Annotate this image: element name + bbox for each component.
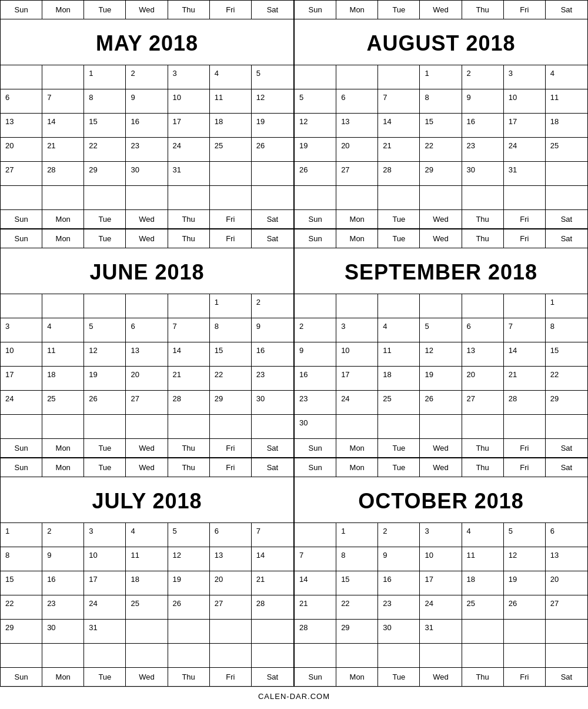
day-cell: 15 [420, 114, 462, 137]
day-cell: 19 [420, 367, 462, 390]
day-cell [126, 620, 168, 643]
day-cell: 19 [84, 367, 126, 390]
day-cell: 8 [336, 547, 378, 571]
day-header-sat: Sat [252, 458, 293, 477]
week-row: 22232425262728 [1, 595, 293, 620]
week-row: 12 [1, 294, 293, 318]
day-cell: 9 [378, 547, 420, 571]
day-cell: 15 [210, 342, 252, 366]
day-header-mon: Mon [42, 1, 84, 19]
day-cell: 1 [546, 294, 587, 318]
day-cell [1, 415, 42, 438]
day-cell: 22 [336, 595, 378, 619]
day-header-thu: Thu [462, 1, 504, 19]
day-header-fri: Fri [210, 458, 252, 477]
day-cell: 29 [336, 620, 378, 643]
day-cell [42, 415, 84, 438]
day-cell: 20 [210, 571, 252, 595]
day-header-bottom-wed: Wed [126, 668, 168, 686]
week-row [1, 644, 293, 667]
day-header-sat: Sat [546, 1, 587, 19]
footer-text: CALEN-DAR.COM [0, 687, 588, 705]
month-title: OCTOBER 2018 [295, 477, 587, 523]
week-row: 123456 [295, 523, 587, 547]
day-cell: 3 [1, 318, 42, 342]
day-header-thu: Thu [168, 1, 210, 19]
day-cell: 11 [126, 547, 168, 571]
day-cell [252, 620, 293, 643]
day-header-wed: Wed [420, 458, 462, 477]
week-row: 13141516171819 [1, 114, 293, 138]
day-cell: 19 [295, 138, 336, 161]
day-cell [504, 620, 546, 643]
day-cell [42, 644, 84, 667]
day-header-mon: Mon [42, 229, 84, 248]
day-cell [126, 294, 168, 318]
day-header-bottom-sun: Sun [1, 668, 42, 686]
day-cell: 28 [252, 595, 293, 619]
calendar-august-2018: SunMonTueWedThuFriSatAUGUST 2018 1234567… [294, 0, 588, 229]
day-cell: 25 [126, 595, 168, 619]
day-cell: 18 [210, 114, 252, 137]
day-cell [1, 294, 42, 318]
day-header-bottom-thu: Thu [168, 210, 210, 228]
day-cell [168, 415, 210, 438]
day-cell: 15 [1, 571, 42, 595]
day-cell [336, 65, 378, 89]
day-cell: 5 [504, 523, 546, 547]
day-cell: 3 [84, 523, 126, 547]
day-header-wed: Wed [126, 1, 168, 19]
day-cell: 3 [420, 523, 462, 547]
day-cell: 24 [420, 595, 462, 619]
day-header-bottom-mon: Mon [42, 210, 84, 228]
day-header-bottom-fri: Fri [210, 668, 252, 686]
week-row: 2728293031 [1, 162, 293, 186]
day-header-bottom-tue: Tue [84, 668, 126, 686]
day-header-wed: Wed [126, 458, 168, 477]
day-header-bottom-sun: Sun [295, 668, 336, 686]
day-cell: 26 [420, 391, 462, 414]
day-cell: 7 [504, 318, 546, 342]
day-cell: 27 [546, 595, 587, 619]
day-header-bottom-wed: Wed [420, 439, 462, 457]
day-header-fri: Fri [210, 1, 252, 19]
day-cell: 12 [84, 342, 126, 366]
day-cell: 30 [295, 415, 336, 438]
day-cell: 21 [168, 367, 210, 390]
day-header-bottom-tue: Tue [378, 668, 420, 686]
day-header-bottom-fri: Fri [210, 439, 252, 457]
day-cell: 22 [546, 367, 587, 390]
day-cell: 12 [295, 114, 336, 137]
day-cell: 27 [462, 391, 504, 414]
day-cell: 17 [168, 114, 210, 137]
week-row: 16171819202122 [295, 367, 587, 391]
day-cell [42, 65, 84, 89]
week-row: 1 [295, 294, 587, 318]
day-cell [546, 162, 587, 185]
day-cell: 8 [546, 318, 587, 342]
calendar-october-2018: SunMonTueWedThuFriSatOCTOBER 2018 123456… [294, 458, 588, 687]
day-cell: 16 [126, 114, 168, 137]
day-cell: 16 [378, 571, 420, 595]
day-cell: 14 [42, 114, 84, 137]
day-cell [504, 644, 546, 667]
day-cell [252, 415, 293, 438]
day-cell [504, 186, 546, 209]
day-header-bottom-thu: Thu [462, 668, 504, 686]
day-cell [295, 523, 336, 547]
day-header-bottom-mon: Mon [42, 439, 84, 457]
day-header-wed: Wed [126, 229, 168, 248]
day-header-bottom-wed: Wed [126, 439, 168, 457]
day-cell: 19 [252, 114, 293, 137]
day-header-thu: Thu [168, 229, 210, 248]
day-header-sat: Sat [546, 458, 587, 477]
day-cell: 29 [84, 162, 126, 185]
week-row: 21222324252627 [295, 595, 587, 620]
day-cell: 27 [336, 162, 378, 185]
day-cell: 29 [420, 162, 462, 185]
day-cell [378, 294, 420, 318]
day-cell [210, 415, 252, 438]
day-cell: 7 [42, 89, 84, 113]
day-cell: 31 [168, 162, 210, 185]
day-header-bottom-wed: Wed [126, 210, 168, 228]
